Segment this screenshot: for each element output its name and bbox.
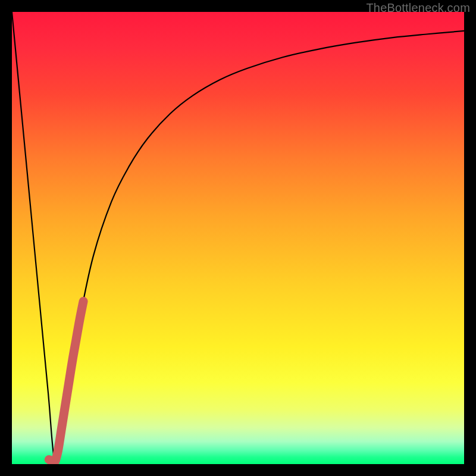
bottleneck-curve	[12, 12, 464, 463]
chart-stage: TheBottleneck.com	[0, 0, 476, 476]
highlight-segment	[49, 301, 83, 462]
plot-area	[12, 12, 464, 464]
curve-layer	[12, 12, 464, 464]
